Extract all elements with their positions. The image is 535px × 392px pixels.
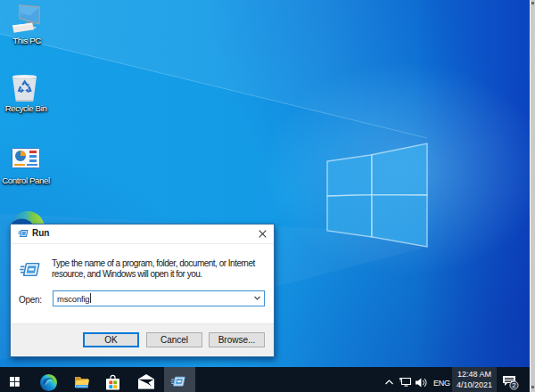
- svg-text:2: 2: [512, 381, 516, 389]
